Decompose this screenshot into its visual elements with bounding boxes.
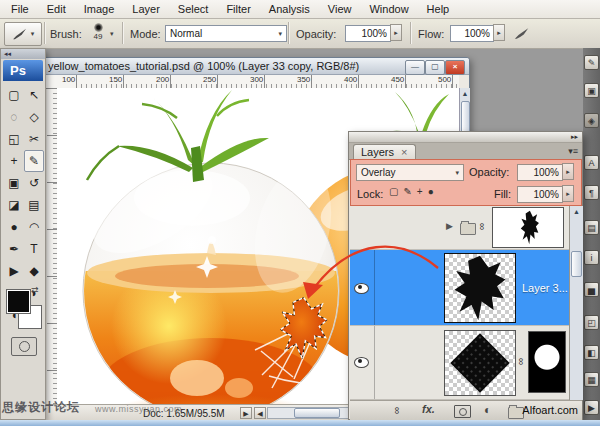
layer-mask-thumbnail[interactable]	[528, 331, 566, 393]
crop-tool[interactable]: ◱	[4, 128, 24, 150]
tab-close-icon[interactable]: ×	[401, 146, 407, 158]
status-flyout-button[interactable]: ▶	[240, 407, 252, 419]
quick-mask-button[interactable]	[11, 337, 37, 356]
fill-label: Fill:	[494, 188, 511, 200]
brush-tool[interactable]: ✎	[24, 150, 44, 172]
visibility-cell[interactable]	[350, 250, 375, 325]
scroll-up-icon[interactable]: ▲	[460, 88, 470, 100]
menu-file[interactable]: File	[2, 0, 38, 18]
dock-brush-presets-icon[interactable]: ✎	[584, 55, 599, 70]
slice-tool[interactable]: ✂	[24, 128, 44, 150]
lock-all-icon[interactable]: ●	[428, 186, 434, 197]
link-layers-icon[interactable]: ∞	[392, 407, 403, 414]
opacity-field[interactable]: 100%	[345, 25, 391, 42]
layer-thumbnail[interactable]	[444, 330, 516, 396]
layer-thumbnail[interactable]	[444, 253, 516, 323]
custom-shape-tool[interactable]: ◆	[24, 260, 44, 282]
airbrush-toggle-icon[interactable]	[514, 27, 530, 40]
layer-row-masked[interactable]: ∞	[350, 326, 569, 400]
layers-tab[interactable]: Layers ×	[353, 144, 416, 159]
dock-info-icon[interactable]: i	[584, 250, 599, 265]
healing-brush-tool[interactable]: +	[4, 150, 24, 172]
adjustment-layer-icon[interactable]: ◐	[484, 403, 491, 417]
scroll-up-icon[interactable]: ▲	[570, 206, 583, 217]
dock-character-icon[interactable]: A	[584, 155, 599, 170]
flow-field[interactable]: 100%	[450, 25, 494, 42]
blend-mode-select[interactable]: Overlay ▾	[356, 164, 464, 181]
brush-preview[interactable]: 49	[88, 23, 108, 44]
layers-footer: ∞ fx. ◐ Alfoart.com	[350, 400, 582, 420]
fill-field[interactable]: 100%	[517, 186, 563, 203]
eye-icon[interactable]	[354, 357, 369, 368]
dock-navigator-icon[interactable]: ◰	[584, 315, 599, 330]
menu-image[interactable]: Image	[75, 0, 124, 18]
dock-styles-icon[interactable]: ◈	[584, 113, 599, 128]
lock-paint-icon[interactable]: ✎	[403, 186, 411, 197]
menu-filter[interactable]: Filter	[217, 0, 259, 18]
toolbox-collapse-bar[interactable]: ◂◂	[1, 49, 45, 59]
layer-group-row[interactable]: ▶ ∞	[350, 206, 569, 250]
panel-menu-icon[interactable]: ▾≡	[568, 146, 578, 156]
mode-select[interactable]: Normal ▾	[165, 25, 287, 42]
visibility-cell[interactable]	[350, 326, 375, 399]
group-expand-icon[interactable]: ▶	[446, 221, 453, 231]
brand-watermark: Alfoart.com	[522, 404, 578, 416]
history-brush-tool[interactable]: ↺	[24, 172, 44, 194]
path-selection-tool[interactable]: ▶	[4, 260, 24, 282]
horizontal-scroll-thumb[interactable]	[294, 408, 340, 418]
eraser-tool[interactable]: ◪	[4, 194, 24, 216]
pen-tool[interactable]: ✒	[4, 238, 24, 260]
lock-position-icon[interactable]: +	[417, 186, 423, 197]
menu-layer[interactable]: Layer	[123, 0, 169, 18]
flow-spinner[interactable]: ▸	[493, 24, 505, 41]
gradient-tool[interactable]: ▤	[24, 194, 44, 216]
brush-label: Brush:	[50, 28, 82, 40]
brush-dropdown-icon[interactable]: ▾	[110, 30, 114, 38]
blur-tool[interactable]: ●	[4, 216, 24, 238]
lasso-tool[interactable]: ◌	[4, 106, 24, 128]
type-tool[interactable]: T	[24, 238, 44, 260]
dock-histogram-icon[interactable]: ▅	[584, 282, 599, 297]
menu-analysis[interactable]: Analysis	[260, 0, 319, 18]
fill-spinner[interactable]: ▸	[562, 185, 574, 202]
layer-style-icon[interactable]: fx.	[422, 403, 435, 415]
mask-link-icon[interactable]: ∞	[516, 358, 527, 365]
dock-actions-icon[interactable]: ▶	[584, 400, 599, 415]
rectangular-marquee-tool[interactable]: ▢	[4, 84, 24, 106]
opacity-spinner[interactable]: ▸	[562, 163, 574, 180]
layers-scroll-thumb[interactable]	[571, 251, 582, 277]
opacity-spinner[interactable]: ▸	[390, 24, 402, 41]
panel-collapse-bar[interactable]: ▸▸	[349, 132, 582, 143]
dock-paragraph-icon[interactable]: ¶	[584, 185, 599, 200]
layers-opacity-field[interactable]: 100%	[517, 164, 563, 181]
menu-help[interactable]: Help	[418, 0, 459, 18]
group-thumbnail[interactable]	[492, 207, 564, 248]
clone-stamp-tool[interactable]: ▣	[4, 172, 24, 194]
dock-color-icon[interactable]: ◧	[584, 345, 599, 360]
add-mask-icon[interactable]	[454, 405, 471, 418]
tool-preset-picker[interactable]: ▾	[4, 22, 42, 46]
lock-transparency-icon[interactable]: ▢	[389, 186, 398, 197]
menu-window[interactable]: Window	[360, 0, 417, 18]
magic-wand-tool[interactable]: ◇	[24, 106, 44, 128]
maximize-button[interactable]: ▢	[425, 60, 445, 75]
scroll-left-button[interactable]: ◀	[254, 407, 266, 419]
menu-edit[interactable]: Edit	[38, 0, 75, 18]
swap-colors-icon[interactable]: ⇄	[31, 285, 39, 295]
minimize-button[interactable]: —	[405, 60, 425, 75]
close-button[interactable]: ×	[445, 60, 465, 75]
smudge-tool[interactable]: ◠	[24, 216, 44, 238]
foreground-color-swatch[interactable]	[6, 289, 31, 314]
menu-select[interactable]: Select	[169, 0, 218, 18]
eye-icon[interactable]	[354, 283, 369, 294]
layer-name[interactable]: Layer 3...	[522, 282, 568, 294]
layer-row-selected[interactable]: Layer 3...	[350, 250, 569, 326]
move-tool[interactable]: ↖	[24, 84, 44, 106]
dock-swatches-icon[interactable]: ▦	[584, 372, 599, 387]
layers-scrollbar[interactable]: ▲	[569, 206, 583, 400]
dock-layer-comps-icon[interactable]: ▤	[584, 220, 599, 235]
document-title-bar[interactable]: yellow_tomatoes_tutorial.psd @ 100% (Lay…	[31, 58, 469, 75]
opacity-label: Opacity:	[296, 28, 336, 40]
dock-clone-source-icon[interactable]: ▣	[584, 83, 599, 98]
menu-view[interactable]: View	[319, 0, 361, 18]
